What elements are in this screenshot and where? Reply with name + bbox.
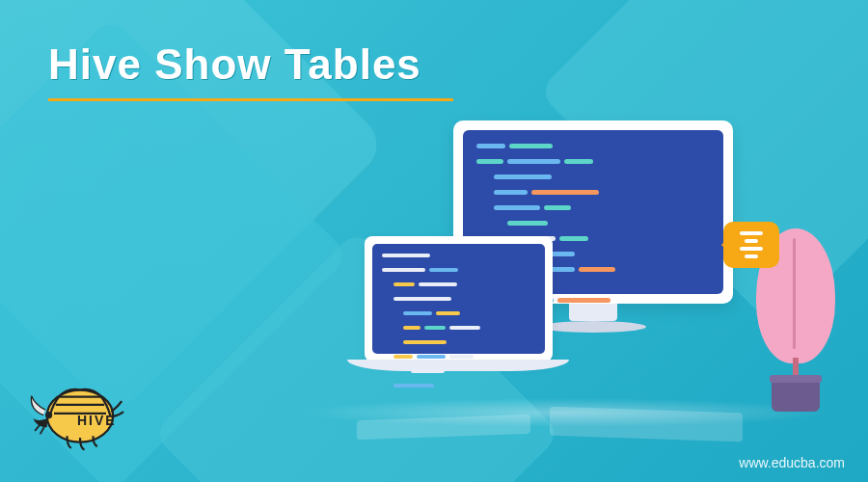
page-title: Hive Show Tables: [48, 40, 421, 89]
svg-point-2: [45, 412, 52, 418]
logo-text: HIVE: [77, 413, 117, 428]
illustration-scene: [299, 101, 829, 448]
laptop: [347, 236, 569, 400]
laptop-code-area: [372, 244, 545, 354]
floor-reflection: [357, 410, 743, 453]
attribution-url: www.educba.com: [739, 455, 845, 470]
code-speech-bubble: [723, 222, 779, 268]
hive-logo: HIVE: [27, 368, 133, 455]
